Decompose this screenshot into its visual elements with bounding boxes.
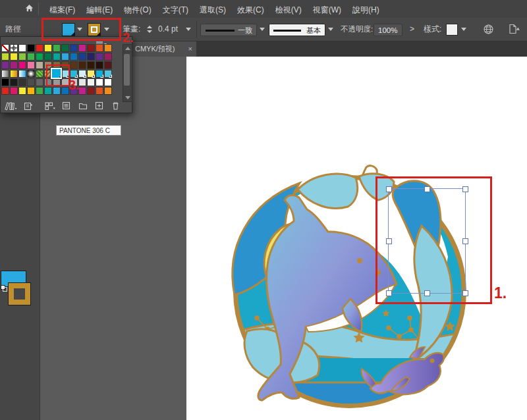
swatch[interactable] bbox=[27, 78, 35, 86]
swatch[interactable] bbox=[87, 61, 95, 69]
scroll-down-icon[interactable] bbox=[125, 96, 130, 99]
swatch[interactable] bbox=[61, 44, 69, 52]
chevron-down-icon[interactable] bbox=[461, 28, 466, 31]
swatch[interactable] bbox=[96, 70, 103, 78]
menu-item[interactable]: 檢視(V) bbox=[275, 1, 302, 19]
swatch[interactable] bbox=[96, 53, 103, 61]
swatch[interactable] bbox=[104, 53, 112, 61]
swatch[interactable] bbox=[61, 53, 69, 61]
swatch[interactable] bbox=[1, 61, 9, 69]
swatch[interactable] bbox=[87, 87, 95, 95]
swatch[interactable] bbox=[10, 78, 18, 86]
swatch[interactable] bbox=[96, 61, 103, 69]
swatch[interactable] bbox=[104, 78, 112, 86]
opacity-value-field[interactable]: 100% bbox=[374, 24, 402, 36]
swatch[interactable] bbox=[87, 53, 95, 61]
swatch[interactable] bbox=[104, 61, 112, 69]
swatch[interactable] bbox=[36, 61, 43, 69]
tab-close-icon[interactable]: × bbox=[188, 41, 192, 57]
swatch[interactable] bbox=[36, 44, 43, 52]
swatch[interactable] bbox=[78, 70, 86, 78]
document-setup-icon[interactable] bbox=[507, 23, 520, 38]
swatch[interactable] bbox=[18, 44, 26, 52]
swatch[interactable] bbox=[27, 87, 35, 95]
menu-item[interactable]: 編輯(E) bbox=[86, 1, 113, 19]
swatch[interactable] bbox=[96, 78, 103, 86]
swatch[interactable] bbox=[27, 44, 35, 52]
swatch[interactable] bbox=[10, 70, 18, 78]
document-tab[interactable]: CMYK/預視) × bbox=[129, 41, 196, 57]
swatch[interactable] bbox=[78, 78, 86, 86]
swatch[interactable] bbox=[78, 44, 86, 52]
scrollbar-thumb[interactable] bbox=[124, 54, 130, 86]
menu-item[interactable]: 文字(T) bbox=[163, 1, 188, 19]
swatch[interactable] bbox=[96, 87, 103, 95]
swatch[interactable] bbox=[36, 53, 43, 61]
swatch[interactable] bbox=[1, 44, 9, 52]
swatch[interactable] bbox=[70, 70, 78, 78]
swatch[interactable] bbox=[10, 53, 18, 61]
swatch[interactable] bbox=[36, 78, 43, 86]
swatch[interactable] bbox=[53, 87, 61, 95]
swatch[interactable] bbox=[10, 61, 18, 69]
swatch[interactable] bbox=[18, 87, 26, 95]
swatch[interactable] bbox=[70, 61, 78, 69]
swatch[interactable] bbox=[10, 87, 18, 95]
swatch[interactable] bbox=[1, 70, 9, 78]
swatch[interactable] bbox=[78, 87, 86, 95]
swatch[interactable] bbox=[1, 78, 9, 86]
swatch[interactable] bbox=[104, 44, 112, 52]
stroke-weight-stepper[interactable] bbox=[147, 26, 152, 33]
width-profile-dropdown[interactable]: 一致 bbox=[200, 24, 257, 36]
swatch[interactable] bbox=[27, 70, 35, 78]
delete-swatch-icon[interactable] bbox=[111, 101, 121, 113]
swatch[interactable] bbox=[78, 53, 86, 61]
swatch[interactable] bbox=[18, 53, 26, 61]
brush-definition-dropdown[interactable]: 基本 bbox=[269, 24, 325, 36]
opacity-options-glyph[interactable]: > bbox=[410, 18, 414, 41]
swatch[interactable] bbox=[78, 61, 86, 69]
new-color-group-icon[interactable] bbox=[78, 101, 88, 113]
swatch[interactable] bbox=[27, 53, 35, 61]
stroke-color-indicator[interactable] bbox=[9, 283, 30, 305]
swatches-scrollbar[interactable] bbox=[123, 44, 132, 102]
swatch-options-icon[interactable] bbox=[61, 101, 71, 113]
swatch[interactable] bbox=[1, 87, 9, 95]
menu-item[interactable]: 效果(C) bbox=[237, 1, 264, 19]
swatch[interactable] bbox=[70, 53, 78, 61]
swatch[interactable] bbox=[10, 44, 18, 52]
swatch[interactable] bbox=[44, 53, 52, 61]
swatch[interactable] bbox=[87, 70, 95, 78]
swatch[interactable] bbox=[18, 70, 26, 78]
swatch[interactable] bbox=[96, 44, 103, 52]
scroll-up-icon[interactable] bbox=[125, 47, 130, 50]
new-swatch-icon[interactable] bbox=[94, 101, 104, 113]
swatch[interactable] bbox=[44, 87, 52, 95]
home-icon[interactable] bbox=[24, 3, 34, 16]
swatch[interactable] bbox=[87, 44, 95, 52]
swatch[interactable] bbox=[18, 61, 26, 69]
menu-item[interactable]: 說明(H) bbox=[352, 1, 379, 19]
stroke-weight-value[interactable]: 0.4 pt bbox=[158, 18, 178, 41]
menu-item[interactable]: 視窗(W) bbox=[313, 1, 341, 19]
swatch[interactable] bbox=[53, 44, 61, 52]
menu-item[interactable]: 選取(S) bbox=[200, 1, 226, 19]
swatch[interactable] bbox=[1, 53, 9, 61]
swatch[interactable] bbox=[18, 78, 26, 86]
publish-globe-icon[interactable] bbox=[483, 24, 494, 38]
chevron-down-icon[interactable] bbox=[328, 28, 333, 31]
swatch[interactable] bbox=[104, 87, 112, 95]
new-library-icon[interactable] bbox=[23, 101, 34, 113]
chevron-down-icon[interactable] bbox=[260, 28, 265, 31]
swatch[interactable] bbox=[53, 53, 61, 61]
swatch[interactable] bbox=[27, 61, 35, 69]
swatch-kinds-icon[interactable] bbox=[44, 101, 56, 113]
swatch[interactable] bbox=[36, 70, 43, 78]
swatch[interactable] bbox=[44, 44, 52, 52]
swatch[interactable] bbox=[87, 78, 95, 86]
swatch[interactable] bbox=[104, 70, 112, 78]
default-fill-stroke-icon[interactable] bbox=[1, 282, 7, 289]
chevron-down-icon[interactable] bbox=[186, 28, 191, 31]
swatch-libraries-icon[interactable] bbox=[4, 101, 17, 113]
style-swatch[interactable] bbox=[446, 24, 458, 36]
